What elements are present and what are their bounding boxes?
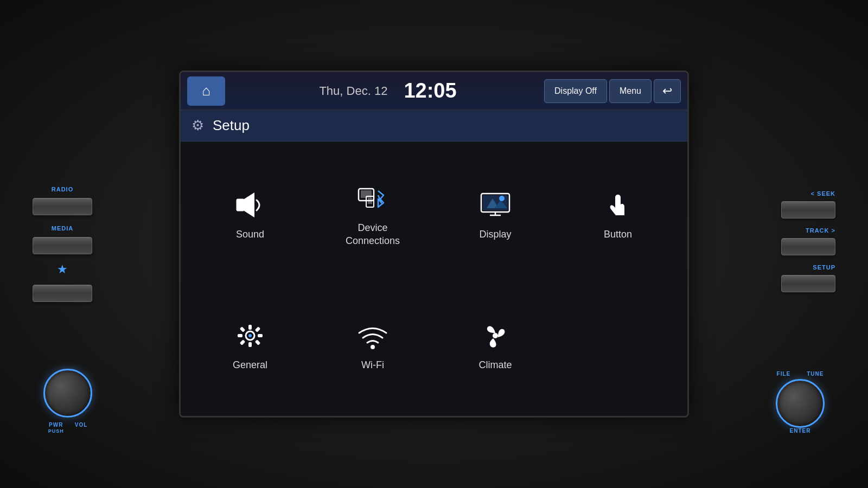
climate-label: Climate <box>478 359 512 371</box>
display-icon <box>476 189 514 222</box>
sound-menu-item[interactable]: Sound <box>192 152 309 278</box>
svg-rect-16 <box>238 334 242 337</box>
tune-knob-section: FILE TUNE ENTER <box>776 371 825 434</box>
enter-label: ENTER <box>790 428 811 434</box>
tune-knob[interactable] <box>776 379 825 428</box>
home-button[interactable]: ⌂ <box>187 76 225 106</box>
wifi-icon <box>354 320 392 352</box>
track-group: TRACK > <box>781 227 835 255</box>
setup-gear-icon: ⚙ <box>192 117 204 134</box>
menu-button[interactable]: Menu <box>609 79 652 103</box>
car-unit: RADIO MEDIA ★ PWR PUSH VOL ⌂ Thu, Dec. 1… <box>0 0 868 488</box>
sound-label: Sound <box>236 228 264 241</box>
device-connections-label: Device Connections <box>346 222 400 247</box>
climate-icon <box>476 320 514 352</box>
pwr-push-label: PWR PUSH <box>48 422 64 434</box>
svg-rect-14 <box>248 325 252 330</box>
radio-button[interactable] <box>33 198 92 215</box>
volume-knob-section: PWR PUSH VOL <box>43 369 92 434</box>
svg-rect-15 <box>248 342 252 347</box>
setup-title: Setup <box>213 117 250 134</box>
svg-point-13 <box>248 334 252 337</box>
svg-point-23 <box>493 333 498 338</box>
general-icon <box>231 320 269 352</box>
climate-menu-item[interactable]: Climate <box>437 283 554 408</box>
svg-rect-19 <box>255 326 261 332</box>
file-label: FILE <box>777 371 791 377</box>
left-panel: RADIO MEDIA ★ <box>33 186 92 302</box>
empty-cell <box>559 283 676 408</box>
header-action-buttons: Display Off Menu ↩ <box>544 79 681 103</box>
seek-group: < SEEK <box>781 190 835 219</box>
track-button[interactable] <box>781 238 835 255</box>
settings-menu-grid: Sound Device Connections <box>181 142 687 418</box>
general-label: General <box>233 359 267 371</box>
button-menu-item[interactable]: Button <box>559 152 676 278</box>
svg-rect-18 <box>240 326 246 332</box>
seek-button[interactable] <box>781 201 835 219</box>
wifi-label: Wi-Fi <box>361 359 384 371</box>
display-off-button[interactable]: Display Off <box>544 79 607 103</box>
svg-rect-0 <box>237 199 244 211</box>
setup-right-button[interactable] <box>781 275 835 292</box>
home-icon: ⌂ <box>202 82 210 99</box>
back-button[interactable]: ↩ <box>654 79 681 103</box>
radio-label: RADIO <box>52 186 73 192</box>
time-display: 12:05 <box>404 79 456 102</box>
wifi-menu-item[interactable]: Wi-Fi <box>314 283 431 408</box>
tune-label: TUNE <box>807 371 824 377</box>
svg-point-22 <box>371 345 375 349</box>
svg-rect-4 <box>368 198 372 204</box>
main-screen: ⌂ Thu, Dec. 12 12:05 Display Off Menu ↩ … <box>179 70 689 418</box>
display-menu-item[interactable]: Display <box>437 152 554 278</box>
date-time-display: Thu, Dec. 12 12:05 <box>232 79 544 102</box>
volume-knob[interactable] <box>43 369 92 418</box>
favorite-preset-button[interactable] <box>33 285 92 302</box>
svg-rect-21 <box>255 339 261 345</box>
vol-label: VOL <box>75 422 88 434</box>
device-connections-icon <box>354 183 392 215</box>
general-menu-item[interactable]: General <box>192 283 309 408</box>
header-bar: ⌂ Thu, Dec. 12 12:05 Display Off Menu ↩ <box>181 72 687 110</box>
sound-icon <box>231 189 269 222</box>
media-button[interactable] <box>33 237 92 254</box>
date-display: Thu, Dec. 12 <box>319 84 387 98</box>
seek-label: < SEEK <box>811 190 835 197</box>
track-label: TRACK > <box>806 227 835 234</box>
device-connections-menu-item[interactable]: Device Connections <box>314 152 431 278</box>
display-label: Display <box>479 228 511 241</box>
setup-right-label: SETUP <box>813 264 835 271</box>
favorite-button[interactable]: ★ <box>52 259 73 280</box>
right-panel: < SEEK TRACK > SETUP <box>781 190 835 298</box>
button-customize-icon <box>599 189 637 222</box>
svg-rect-20 <box>240 339 246 345</box>
media-label: MEDIA <box>52 225 73 232</box>
setup-bar: ⚙ Setup <box>181 110 687 142</box>
svg-point-9 <box>499 196 505 201</box>
svg-rect-17 <box>258 334 263 337</box>
button-label: Button <box>604 228 632 241</box>
setup-group: SETUP <box>781 264 835 292</box>
